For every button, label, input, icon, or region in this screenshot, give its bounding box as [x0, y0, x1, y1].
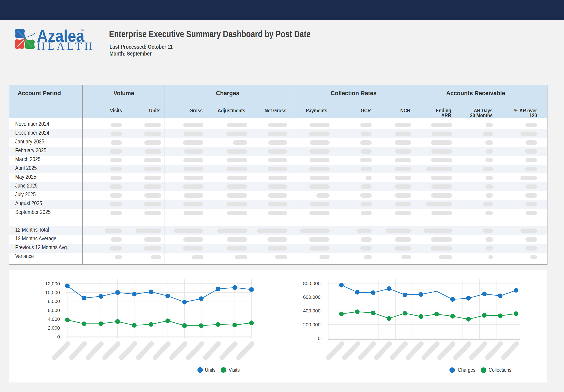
svg-text:Charges: Charges — [458, 367, 475, 373]
svg-text:6,000: 6,000 — [48, 308, 60, 313]
svg-text:12,000: 12,000 — [45, 281, 60, 286]
svg-text:Units: Units — [205, 367, 216, 373]
svg-text:200,000: 200,000 — [303, 322, 321, 327]
svg-text:400,000: 400,000 — [303, 308, 321, 314]
svg-text:2,000: 2,000 — [48, 325, 60, 331]
svg-text:Visits: Visits — [229, 367, 240, 373]
svg-text:4,000: 4,000 — [48, 316, 60, 322]
svg-text:800,000: 800,000 — [303, 281, 321, 286]
svg-text:Collections: Collections — [489, 367, 511, 373]
svg-text:600,000: 600,000 — [303, 294, 321, 300]
svg-text:10,000: 10,000 — [45, 290, 60, 295]
svg-text:0: 0 — [318, 336, 321, 341]
svg-text:0: 0 — [57, 334, 60, 339]
svg-text:8,000: 8,000 — [48, 299, 60, 304]
